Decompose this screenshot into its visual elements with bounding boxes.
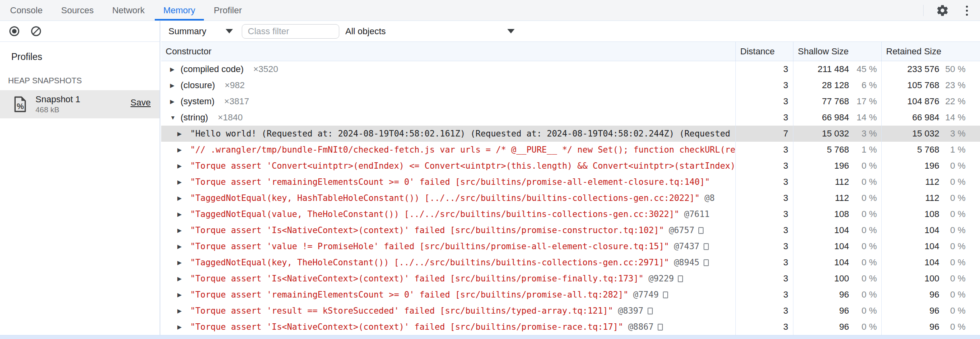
object-id: @8397 bbox=[618, 306, 643, 316]
shallow-size-percent: 0 % bbox=[849, 209, 877, 219]
table-row[interactable]: ▶"Torque assert 'Convert<uintptr>(endInd… bbox=[161, 158, 980, 174]
expand-triangle-icon[interactable]: ▶ bbox=[177, 179, 188, 185]
retained-size-percent: 0 % bbox=[939, 209, 965, 219]
clear-profiles-icon[interactable] bbox=[29, 25, 43, 38]
retained-size-cell: 1040 % bbox=[881, 222, 980, 238]
table-row[interactable]: ▶(compiled code)×35203211 48445 %233 576… bbox=[161, 61, 980, 77]
shallow-size-value: 108 bbox=[834, 209, 849, 219]
table-row[interactable]: ▶"Torque assert 'remainingElementsCount … bbox=[161, 287, 980, 303]
retained-size-percent: 22 % bbox=[939, 96, 965, 107]
tab-memory[interactable]: Memory bbox=[154, 0, 204, 21]
table-row[interactable]: ▶"Torque assert 'Is<NativeContext>(conte… bbox=[161, 319, 980, 335]
shallow-size-percent: 0 % bbox=[849, 273, 877, 284]
expand-triangle-icon[interactable]: ▶ bbox=[177, 243, 188, 250]
object-box-icon[interactable] bbox=[678, 275, 683, 282]
top-actions bbox=[923, 0, 974, 21]
object-box-icon[interactable] bbox=[658, 324, 663, 331]
tab-sources[interactable]: Sources bbox=[52, 0, 103, 21]
retained-size-percent: 0 % bbox=[939, 257, 965, 268]
table-row[interactable]: ▶"Torque assert 'value != PromiseHole' f… bbox=[161, 238, 980, 254]
retained-size-percent: 3 % bbox=[939, 128, 965, 139]
object-box-icon[interactable] bbox=[698, 227, 704, 234]
table-row[interactable]: ▶"Torque assert 'Is<NativeContext>(conte… bbox=[161, 271, 980, 287]
retained-size-percent: 1 % bbox=[939, 145, 965, 155]
record-heap-snapshot-icon[interactable] bbox=[7, 25, 21, 38]
expand-triangle-icon[interactable]: ▶ bbox=[170, 98, 181, 105]
table-row[interactable]: ▶"Torque assert 'result == kStoreSuccede… bbox=[161, 303, 980, 319]
expand-triangle-icon[interactable]: ▶ bbox=[177, 275, 188, 282]
object-box-icon[interactable] bbox=[704, 259, 709, 266]
table-row[interactable]: ▶"TaggedNotEqual(key, HashTableHoleConst… bbox=[161, 190, 980, 206]
object-box-icon[interactable] bbox=[704, 243, 709, 250]
retained-size-value: 108 bbox=[924, 209, 939, 219]
expand-triangle-icon[interactable]: ▶ bbox=[177, 163, 188, 169]
column-header-retained-size[interactable]: Retained Size bbox=[881, 42, 980, 61]
sidebar-item-snapshot-1[interactable]: % Snapshot 1 468 kB Save bbox=[0, 90, 160, 118]
retained-size-cell: 105 76823 % bbox=[881, 77, 980, 93]
retained-size-value: 96 bbox=[930, 289, 939, 300]
expand-triangle-icon[interactable]: ▶ bbox=[177, 291, 188, 298]
shallow-size-percent: 0 % bbox=[849, 322, 877, 332]
more-options-kebab-icon[interactable] bbox=[960, 4, 974, 17]
table-row[interactable]: ▶(closure)×982328 1286 %105 76823 % bbox=[161, 77, 980, 93]
tab-console[interactable]: Console bbox=[1, 0, 52, 21]
object-id: @7437 bbox=[674, 242, 699, 251]
expand-triangle-icon[interactable]: ▶ bbox=[177, 227, 188, 234]
constructor-name: "Torque assert 'Is<NativeContext>(contex… bbox=[190, 274, 644, 283]
shallow-size-cell: 1000 % bbox=[793, 271, 881, 287]
expand-triangle-icon[interactable]: ▶ bbox=[177, 324, 188, 330]
heap-snapshot-icon: % bbox=[14, 96, 27, 112]
column-header-distance[interactable]: Distance bbox=[735, 42, 793, 61]
save-snapshot-link[interactable]: Save bbox=[131, 97, 151, 108]
column-header-shallow-size[interactable]: Shallow Size bbox=[793, 42, 881, 61]
retained-size-cell: 960 % bbox=[881, 319, 980, 335]
devtools-tab-bar: ConsoleSourcesNetworkMemoryProfiler bbox=[0, 0, 980, 21]
collapse-triangle-icon[interactable]: ▼ bbox=[170, 114, 181, 121]
table-row[interactable]: ▶"TaggedNotEqual(key, TheHoleConstant())… bbox=[161, 254, 980, 271]
profiles-heading: Profiles bbox=[11, 52, 160, 62]
expand-triangle-icon[interactable]: ▶ bbox=[177, 211, 188, 217]
settings-gear-icon[interactable] bbox=[936, 4, 949, 17]
table-row[interactable]: ▶"Torque assert 'Is<NativeContext>(conte… bbox=[161, 222, 980, 238]
class-filter-input[interactable] bbox=[242, 24, 339, 39]
retained-size-cell: 1120 % bbox=[881, 190, 980, 206]
shallow-size-percent: 0 % bbox=[849, 193, 877, 203]
perspective-select[interactable]: Summary bbox=[168, 26, 233, 37]
expand-triangle-icon[interactable]: ▶ bbox=[177, 147, 188, 153]
column-header-constructor[interactable]: Constructor bbox=[161, 42, 735, 61]
table-row[interactable]: ▶(system)×3817377 76817 %104 87622 % bbox=[161, 93, 980, 110]
table-row[interactable]: ▶"Torque assert 'remainingElementsCount … bbox=[161, 174, 980, 190]
shallow-size-cell: 1120 % bbox=[793, 174, 881, 190]
shallow-size-percent: 17 % bbox=[849, 96, 877, 107]
object-scope-select[interactable]: All objects bbox=[345, 26, 515, 37]
tab-network[interactable]: Network bbox=[103, 0, 154, 21]
table-row[interactable]: ▼(string)×1840366 98414 %66 98414 % bbox=[161, 110, 980, 126]
constructor-cell: ▶(closure)×982 bbox=[161, 77, 735, 93]
shallow-size-cell: 5 7681 % bbox=[793, 142, 881, 158]
expand-triangle-icon[interactable]: ▶ bbox=[177, 308, 188, 314]
expand-triangle-icon[interactable]: ▶ bbox=[177, 259, 188, 266]
table-row[interactable]: ▶"// .wrangler/tmp/bundle-FmNIt0/checked… bbox=[161, 142, 980, 158]
shallow-size-cell: 211 48445 % bbox=[793, 61, 881, 77]
constructor-name: "Torque assert 'value != PromiseHole' fa… bbox=[190, 242, 669, 251]
constructor-name: "Hello world! (Requested at: 2024-08-19T… bbox=[190, 129, 735, 138]
table-row[interactable]: ▶"Hello world! (Requested at: 2024-08-19… bbox=[161, 126, 980, 142]
retained-size-value: 66 984 bbox=[912, 112, 939, 123]
expand-triangle-icon[interactable]: ▶ bbox=[177, 195, 188, 201]
table-row[interactable]: ▶"TaggedNotEqual(value, TheHoleConstant(… bbox=[161, 206, 980, 222]
retained-size-value: 196 bbox=[924, 161, 939, 171]
shallow-size-value: 112 bbox=[835, 193, 849, 203]
constructor-cell: ▶"Torque assert 'Is<NativeContext>(conte… bbox=[161, 222, 735, 238]
shallow-size-percent: 0 % bbox=[849, 306, 877, 316]
object-box-icon[interactable] bbox=[663, 291, 668, 298]
expand-triangle-icon[interactable]: ▶ bbox=[170, 82, 181, 89]
expand-triangle-icon[interactable]: ▶ bbox=[170, 66, 181, 72]
instance-count: ×982 bbox=[225, 80, 245, 91]
object-id: @8945 bbox=[674, 258, 699, 267]
expand-triangle-icon[interactable]: ▶ bbox=[177, 130, 188, 137]
object-box-icon[interactable] bbox=[648, 308, 653, 314]
distance-value: 3 bbox=[735, 238, 793, 254]
tab-profiler[interactable]: Profiler bbox=[205, 0, 251, 21]
shallow-size-cell: 28 1286 % bbox=[793, 77, 881, 93]
shallow-size-cell: 1080 % bbox=[793, 206, 881, 222]
